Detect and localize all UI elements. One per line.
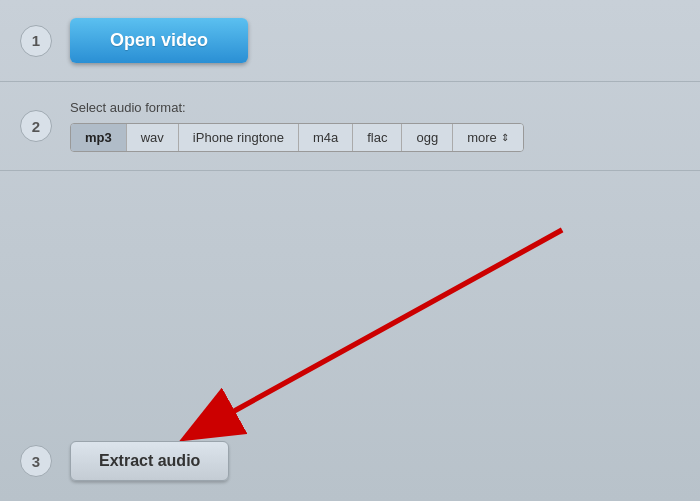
svg-line-1 xyxy=(207,230,562,426)
format-tab-mp3[interactable]: mp3 xyxy=(71,124,127,151)
more-label: more xyxy=(467,130,497,145)
step3-area: 3 Extract audio xyxy=(0,171,700,501)
format-tab-m4a[interactable]: m4a xyxy=(299,124,353,151)
step2-row: 2 Select audio format: mp3 wav iPhone ri… xyxy=(0,82,700,171)
format-tab-iphone[interactable]: iPhone ringtone xyxy=(179,124,299,151)
more-arrows-icon: ⇕ xyxy=(501,132,509,143)
format-tab-flac[interactable]: flac xyxy=(353,124,402,151)
format-tab-ogg[interactable]: ogg xyxy=(402,124,453,151)
step2-content: Select audio format: mp3 wav iPhone ring… xyxy=(70,100,680,152)
format-tab-wav[interactable]: wav xyxy=(127,124,179,151)
open-video-button[interactable]: Open video xyxy=(70,18,248,63)
step3-inner: 3 Extract audio xyxy=(20,441,229,481)
format-tab-more[interactable]: more ⇕ xyxy=(453,124,523,151)
step1-content: Open video xyxy=(70,18,680,63)
step3-number: 3 xyxy=(20,445,52,477)
main-container: 1 Open video 2 Select audio format: mp3 … xyxy=(0,0,700,501)
format-tabs: mp3 wav iPhone ringtone m4a flac ogg mor… xyxy=(70,123,524,152)
format-label: Select audio format: xyxy=(70,100,524,115)
step1-row: 1 Open video xyxy=(0,0,700,82)
step2-number: 2 xyxy=(20,110,52,142)
step1-number: 1 xyxy=(20,25,52,57)
extract-audio-button[interactable]: Extract audio xyxy=(70,441,229,481)
